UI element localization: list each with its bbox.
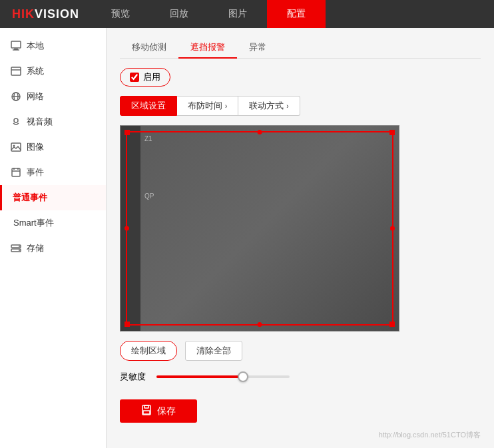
sidebar-label-av: 视音频 xyxy=(27,116,53,128)
svg-point-18 xyxy=(19,250,20,251)
sidebar-item-storage[interactable]: 存储 xyxy=(0,236,106,261)
sidebar-item-local[interactable]: 本地 xyxy=(0,33,106,59)
sidebar-item-common-event[interactable]: 普通事件 xyxy=(0,185,106,210)
system-icon xyxy=(11,66,21,77)
mid-bottom xyxy=(258,322,262,327)
main-layout: 本地 系统 网络 视音频 图像 xyxy=(0,28,494,448)
sensitivity-label: 灵敏度 xyxy=(120,371,146,383)
svg-rect-19 xyxy=(142,405,150,415)
svg-point-10 xyxy=(13,145,15,147)
storage-icon xyxy=(11,243,21,254)
draw-zone-button[interactable]: 绘制区域 xyxy=(120,341,177,361)
nav-tab-playback[interactable]: 回放 xyxy=(150,0,208,28)
sidebar-label-system: 系统 xyxy=(27,65,44,77)
save-icon xyxy=(141,405,152,417)
chevron-right-icon2: › xyxy=(286,103,288,110)
sidebar-label-event: 事件 xyxy=(27,166,44,178)
detection-zone xyxy=(126,131,393,326)
sub-tab-tamper[interactable]: 遮挡报警 xyxy=(178,37,237,59)
corner-bl xyxy=(124,322,130,327)
clear-all-button[interactable]: 清除全部 xyxy=(185,341,242,361)
setting-tab-zone[interactable]: 区域设置 xyxy=(120,96,177,116)
svg-rect-0 xyxy=(11,41,21,48)
svg-point-17 xyxy=(19,246,20,247)
nav-tab-config[interactable]: 配置 xyxy=(267,0,326,28)
sidebar-label-local: 本地 xyxy=(27,40,44,52)
enable-label: 启用 xyxy=(143,71,160,83)
svg-rect-11 xyxy=(12,168,20,176)
sidebar-item-image[interactable]: 图像 xyxy=(0,134,106,160)
content-area: 移动侦测 遮挡报警 异常 启用 区域设置 布防时间 › 联动方式 › xyxy=(107,28,494,448)
setting-tab-arming[interactable]: 布防时间 › xyxy=(177,96,238,116)
slider-track xyxy=(156,375,290,378)
sidebar-item-network[interactable]: 网络 xyxy=(0,84,106,109)
save-label: 保存 xyxy=(157,405,176,417)
sidebar-label-network: 网络 xyxy=(27,91,44,103)
sidebar-item-smart-event[interactable]: Smart事件 xyxy=(0,210,106,236)
monitor-icon xyxy=(11,41,21,51)
audio-icon xyxy=(11,116,21,127)
svg-rect-21 xyxy=(143,411,150,414)
svg-rect-9 xyxy=(11,143,21,151)
video-label-mid: QP xyxy=(144,192,154,200)
sidebar-item-system[interactable]: 系统 xyxy=(0,59,106,84)
mid-left xyxy=(124,226,129,231)
setting-tabs: 区域设置 布防时间 › 联动方式 › xyxy=(120,96,481,116)
corner-tl xyxy=(124,130,130,135)
sub-tab-exception[interactable]: 异常 xyxy=(237,37,278,59)
video-inner: Z1 QP xyxy=(121,126,399,331)
video-container: Z1 QP xyxy=(120,125,399,332)
sidebar-label-smart-event: Smart事件 xyxy=(13,217,54,229)
enable-checkbox[interactable] xyxy=(130,73,139,82)
slider-thumb[interactable] xyxy=(238,371,248,382)
setting-tab-linkage[interactable]: 联动方式 › xyxy=(238,96,300,116)
corner-tr xyxy=(389,130,395,135)
corner-br xyxy=(389,322,395,327)
sidebar-label-storage: 存储 xyxy=(27,242,44,254)
nav-tab-preview[interactable]: 预览 xyxy=(91,0,150,28)
sensitivity-row: 灵敏度 xyxy=(120,370,481,383)
mid-top xyxy=(258,130,262,134)
sub-tab-motion[interactable]: 移动侦测 xyxy=(120,37,178,59)
svg-rect-20 xyxy=(144,405,148,408)
video-label-top: Z1 xyxy=(144,135,152,142)
chevron-right-icon: › xyxy=(225,103,227,110)
save-button[interactable]: 保存 xyxy=(120,399,197,423)
sidebar-label-image: 图像 xyxy=(27,141,44,153)
sub-tabs: 移动侦测 遮挡报警 异常 xyxy=(120,37,481,59)
network-icon xyxy=(11,91,21,102)
image-icon xyxy=(11,142,21,152)
setting-tab-arming-label: 布防时间 xyxy=(188,100,222,112)
slider-fill xyxy=(156,375,243,378)
mid-right xyxy=(390,226,395,231)
buttons-row: 绘制区域 清除全部 xyxy=(120,341,481,361)
slider-container xyxy=(156,370,290,383)
nav-tab-picture[interactable]: 图片 xyxy=(208,0,267,28)
sidebar-item-av[interactable]: 视音频 xyxy=(0,109,106,134)
nav-tabs: 预览 回放 图片 配置 xyxy=(91,0,494,28)
sidebar: 本地 系统 网络 视音频 图像 xyxy=(0,28,107,448)
save-row: 保存 xyxy=(120,399,481,423)
event-icon xyxy=(11,167,21,178)
logo: HIKVISION xyxy=(0,7,91,21)
enable-row: 启用 xyxy=(120,68,170,87)
svg-point-8 xyxy=(14,118,18,122)
watermark: http://blog.csdn.net/51CTO博客 xyxy=(379,430,481,440)
svg-rect-3 xyxy=(11,67,21,75)
sidebar-label-common-event: 普通事件 xyxy=(13,192,47,204)
setting-tab-linkage-label: 联动方式 xyxy=(249,100,284,112)
sidebar-item-event[interactable]: 事件 xyxy=(0,160,106,185)
top-nav: HIKVISION 预览 回放 图片 配置 xyxy=(0,0,494,28)
